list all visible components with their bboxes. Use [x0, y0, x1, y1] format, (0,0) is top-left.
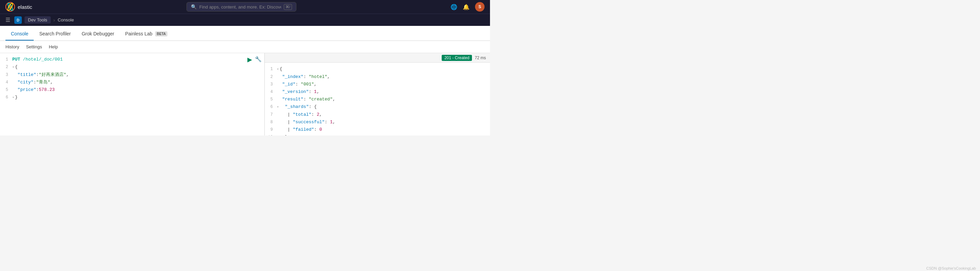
- tab-search-profiler[interactable]: Search Profiler: [34, 27, 76, 40]
- main-content: ▶ 🔧 1 PUT /hotel/_doc/001 2 ▾{ 3 "title"…: [0, 53, 490, 136]
- hamburger-icon[interactable]: ☰: [5, 17, 10, 23]
- response-status-bar: 201 - Created 72 ms: [265, 53, 490, 63]
- app-name: elastic: [18, 4, 32, 10]
- beta-badge: BETA: [155, 31, 167, 37]
- breadcrumb-bar: ☰ D Dev Tools › Console: [0, 14, 490, 26]
- history-button[interactable]: History: [5, 44, 19, 49]
- code-line: 2 "_index": "hotel",: [265, 73, 490, 81]
- code-line: 4 "_version": 1,: [265, 88, 490, 96]
- run-button[interactable]: ▶: [247, 56, 252, 63]
- search-icon: 🔍: [191, 4, 197, 10]
- settings-button[interactable]: Settings: [26, 44, 42, 49]
- right-code-editor[interactable]: 1 ▾{ 2 "_index": "hotel", 3 "_id": "001"…: [265, 63, 490, 136]
- notification-icon[interactable]: 🔔: [463, 4, 469, 10]
- code-line: 2 ▾{: [0, 63, 264, 71]
- sub-toolbar: History Settings Help: [0, 41, 490, 53]
- editor-actions: ▶ 🔧: [247, 56, 262, 63]
- code-line: 1 ▾{: [265, 65, 490, 73]
- help-button[interactable]: Help: [49, 44, 58, 49]
- tab-painless-lab[interactable]: Painless Lab BETA: [120, 27, 173, 40]
- code-line: 8 | "successful": 1,: [265, 118, 490, 126]
- d-badge: D: [14, 16, 22, 24]
- nav-left: elastic: [5, 2, 32, 11]
- code-line: 9 | "failed": 0: [265, 126, 490, 134]
- code-line: 7 | "total": 2,: [265, 111, 490, 118]
- code-line: 5 "price":578.23: [0, 86, 264, 94]
- status-badge: 201 - Created: [442, 55, 472, 61]
- breadcrumb: Dev Tools › Console: [24, 16, 74, 24]
- breadcrumb-separator: ›: [53, 18, 55, 23]
- code-line: 4 "city":"青岛",: [0, 79, 264, 86]
- left-editor-panel: ▶ 🔧 1 PUT /hotel/_doc/001 2 ▾{ 3 "title"…: [0, 53, 265, 136]
- search-shortcut: ⌘/: [284, 4, 292, 10]
- global-search[interactable]: 🔍 ⌘/: [186, 2, 296, 11]
- left-code-editor[interactable]: 1 PUT /hotel/_doc/001 2 ▾{ 3 "title":"好再…: [0, 53, 264, 136]
- code-line: 6 ▾ "_shards": {: [265, 103, 490, 111]
- code-line: 3 "_id": "001",: [265, 81, 490, 88]
- code-line: 6 ▾}: [0, 94, 264, 102]
- breadcrumb-current: Console: [58, 18, 74, 22]
- help-icon[interactable]: 🌐: [450, 4, 457, 10]
- top-navigation: elastic 🔍 ⌘/ 🌐 🔔 S: [0, 0, 490, 14]
- settings-wrench-icon[interactable]: 🔧: [255, 56, 262, 63]
- response-time: 72 ms: [475, 56, 486, 60]
- code-line: 10 ▾ },: [265, 134, 490, 136]
- code-line: 1 PUT /hotel/_doc/001: [0, 56, 264, 63]
- nav-right: 🌐 🔔 S: [450, 2, 485, 11]
- tab-console[interactable]: Console: [5, 27, 34, 40]
- search-input[interactable]: [199, 5, 281, 10]
- code-line: 5 "result": "created",: [265, 96, 490, 103]
- right-editor-panel: 201 - Created 72 ms 1 ▾{ 2 "_index": "ho…: [265, 53, 490, 136]
- elastic-logo[interactable]: elastic: [5, 2, 32, 11]
- tab-grok-debugger[interactable]: Grok Debugger: [76, 27, 120, 40]
- breadcrumb-dev-tools[interactable]: Dev Tools: [24, 16, 51, 24]
- tab-bar: Console Search Profiler Grok Debugger Pa…: [0, 26, 490, 41]
- code-line: 3 "title":"好再来酒店",: [0, 71, 264, 79]
- user-avatar[interactable]: S: [475, 2, 485, 11]
